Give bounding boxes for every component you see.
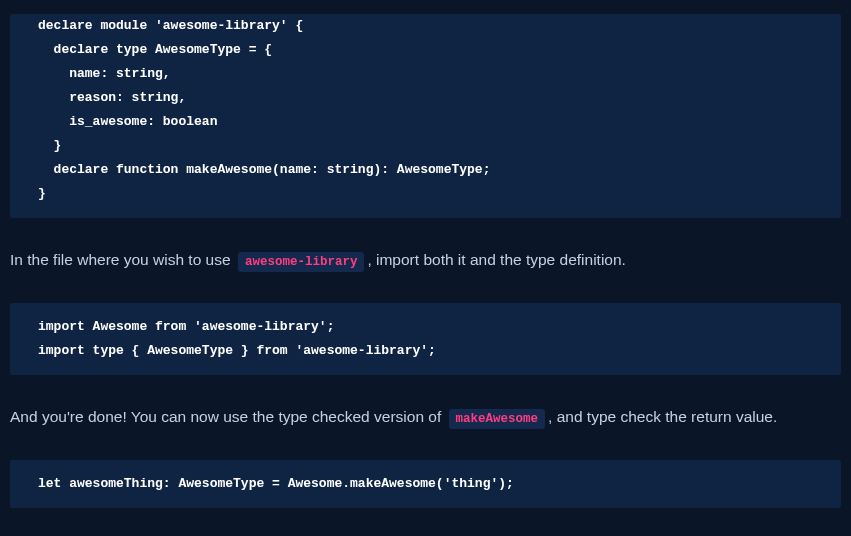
code-block-3: let awesomeThing: AwesomeType = Awesome.… <box>10 460 841 508</box>
prose-2: And you're done! You can now use the typ… <box>10 389 841 446</box>
prose-text: In the file where you wish to use <box>10 251 235 268</box>
inline-code-awesome-library: awesome-library <box>238 252 365 272</box>
code-block-2: import Awesome from 'awesome-library'; i… <box>10 303 841 375</box>
prose-1: In the file where you wish to use awesom… <box>10 232 841 289</box>
code-block-1: declare module 'awesome-library' { decla… <box>10 14 841 218</box>
inline-code-makeawesome: makeAwesome <box>449 409 546 429</box>
prose-text: , import both it and the type definition… <box>367 251 626 268</box>
prose-text: And you're done! You can now use the typ… <box>10 408 446 425</box>
prose-text: , and type check the return value. <box>548 408 777 425</box>
